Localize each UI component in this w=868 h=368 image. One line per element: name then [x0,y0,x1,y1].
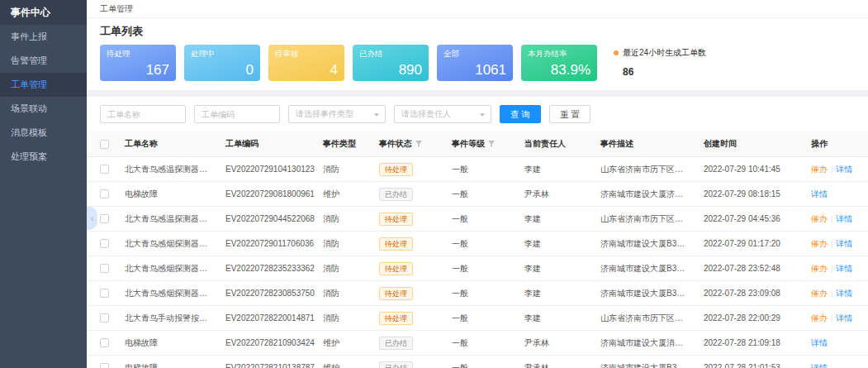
cell-order-name: 北大青鸟感烟探测器故障 [118,256,219,281]
urge-link[interactable]: 催办 [811,264,828,273]
sidebar-collapse-handle[interactable]: ‹ [87,207,97,230]
cell-current-owner: 尹承林 [518,182,594,207]
sidebar: 事件中心 事件上报 告警管理 工单管理 场景联动 消息模板 处理预案 [0,0,87,368]
col-current-owner: 当前责任人 [518,131,594,157]
cell-current-owner: 李建 [518,207,594,232]
stats-row: 待处理 167 处理中 0 待审核 4 已办结 890 全部 1061 [100,45,855,81]
sidebar-item-work-order[interactable]: 工单管理 [0,73,87,97]
cell-created-time: 2022-07-29 01:17:20 [697,232,804,256]
work-order-table: 工单名称 工单编码 事件类型 事件状态 事件等级 当前责任人 事件描述 创建时间… [87,131,868,368]
filter-bar: 请选择事件类型 请选择责任人 查 询 重 置 [87,97,868,131]
select-all-checkbox[interactable] [100,140,109,149]
cell-actions: 催办|详情 [804,232,868,256]
detail-link[interactable]: 详情 [811,363,828,368]
cell-event-type: 消防 [316,207,372,232]
detail-link[interactable]: 详情 [836,264,852,273]
row-checkbox-cell [87,182,118,207]
cell-order-code: EV20220728220014871 [219,306,316,331]
owner-select[interactable]: 请选择责任人 [394,105,491,123]
detail-link[interactable]: 详情 [836,289,852,298]
cell-actions: 详情 [804,182,868,207]
cell-order-code: EV20220729011706036 [219,232,316,256]
row-checkbox-cell [87,306,118,331]
order-code-input[interactable] [194,105,280,123]
filter-icon[interactable] [488,140,495,149]
reset-button[interactable]: 重 置 [549,105,591,123]
row-checkbox[interactable] [100,189,109,198]
sidebar-item-event-report[interactable]: 事件上报 [0,25,87,49]
stat-value: 83.9% [528,63,591,77]
orange-dot-icon [614,50,619,55]
row-checkbox[interactable] [100,264,109,273]
stat-value: 4 [275,63,338,77]
row-checkbox[interactable] [100,289,109,298]
search-button[interactable]: 查 询 [500,105,541,123]
order-name-input[interactable] [100,105,186,123]
cell-order-name: 北大青鸟手动报警按钮故障 [118,306,219,331]
action-divider: | [831,265,832,273]
row-checkbox-cell [87,356,118,368]
cell-event-level: 一般 [445,281,518,306]
chevron-down-icon [480,113,485,119]
detail-link[interactable]: 详情 [811,189,828,198]
cell-actions: 催办|详情 [804,281,868,306]
cell-event-desc: 济南城市建设大厦济南城... [594,182,697,207]
urge-link[interactable]: 催办 [811,289,828,298]
cell-event-type: 消防 [316,281,372,306]
filter-icon[interactable] [415,140,422,149]
main-content: 工单管理 工单列表 待处理 167 处理中 0 待审核 4 已办结 890 [87,0,868,368]
row-checkbox[interactable] [100,165,109,174]
cell-event-level: 一般 [445,356,518,368]
urge-link[interactable]: 催办 [811,165,828,174]
sidebar-item-handling-plan[interactable]: 处理预案 [0,145,87,169]
detail-link[interactable]: 详情 [836,313,852,323]
row-checkbox[interactable] [100,239,109,248]
detail-link[interactable]: 详情 [811,338,828,347]
detail-link[interactable]: 详情 [836,214,852,223]
urge-link[interactable]: 催办 [811,313,828,323]
stat-label: 处理中 [191,49,254,60]
sidebar-header: 事件中心 [0,0,87,25]
cell-event-type: 维护 [316,331,372,356]
col-event-type: 事件类型 [316,131,372,157]
table-row: 北大青鸟感温探测器故障EV20220729104130123消防待处理一般李建山… [87,157,868,182]
cell-event-desc: 济南城市建设大厦消防候... [594,331,697,356]
row-checkbox[interactable] [100,313,109,323]
table-row: 电梯故障EV20220729081800961维护已办结一般尹承林济南城市建设大… [87,182,868,207]
stat-card: 已办结 890 [353,45,429,81]
cell-event-status: 待处理 [372,281,445,306]
header-checkbox-cell [87,131,118,157]
cell-current-owner: 李建 [518,157,594,182]
urge-link[interactable]: 催办 [811,214,828,223]
row-checkbox[interactable] [100,338,109,347]
col-event-desc: 事件描述 [594,131,697,157]
urge-link[interactable]: 催办 [811,239,828,248]
col-order-code: 工单编码 [219,131,316,157]
sidebar-item-alarm-management[interactable]: 告警管理 [0,49,87,73]
detail-link[interactable]: 详情 [836,239,852,248]
stat-value: 167 [107,63,169,77]
status-tag: 待处理 [379,287,413,300]
cell-actions: 详情 [804,356,868,368]
action-divider: | [831,314,832,323]
stat-label: 已办结 [359,49,422,60]
cell-event-level: 一般 [445,306,518,331]
cell-event-desc: 济南城市建设大厦B3车... [594,256,697,281]
col-created-time: 创建时间 [697,131,804,157]
stat-label: 全部 [443,49,506,60]
cell-actions: 详情 [804,331,868,356]
cell-created-time: 2022-07-29 04:45:36 [697,207,804,232]
table-row: 北大青鸟手动报警按钮故障EV20220728220014871消防待处理一般李建… [87,306,868,331]
detail-link[interactable]: 详情 [836,165,852,174]
event-type-select[interactable]: 请选择事件类型 [288,105,386,123]
row-checkbox[interactable] [100,214,109,223]
cell-current-owner: 李建 [518,232,594,256]
cell-created-time: 2022-07-28 23:09:08 [697,281,804,306]
row-checkbox-cell [87,157,118,182]
cell-event-level: 一般 [445,331,518,356]
sidebar-item-scene-linkage[interactable]: 场景联动 [0,97,87,121]
row-checkbox[interactable] [100,363,109,368]
cell-event-desc: 山东省济南市历下区济南... [594,157,697,182]
sidebar-item-message-template[interactable]: 消息模板 [0,121,87,145]
cell-created-time: 2022-07-29 08:18:15 [697,182,804,207]
